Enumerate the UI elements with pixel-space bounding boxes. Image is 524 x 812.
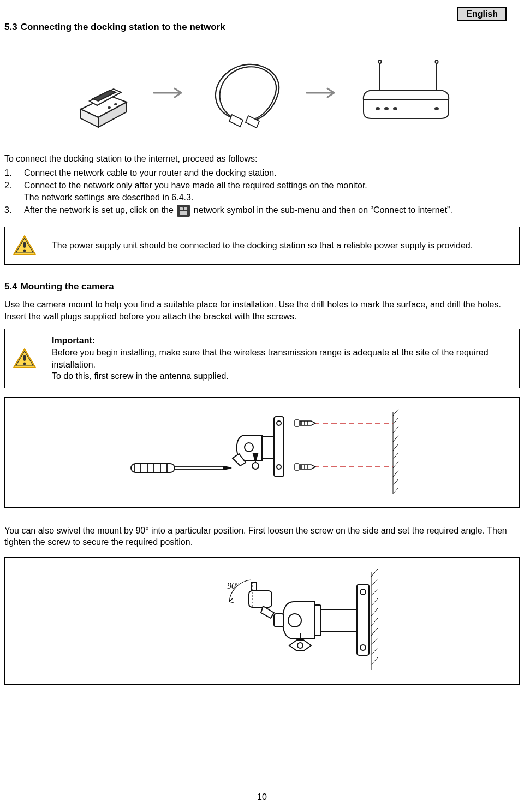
step-3-text: After the network is set up, click on th… [24,204,520,217]
section-5-4-swivel-text: You can also swivel the mount by 90° int… [4,525,520,548]
language-badge: English [457,7,507,21]
docking-station-illustration [71,57,136,128]
svg-rect-62 [319,609,357,631]
svg-line-22 [393,470,398,477]
arrow-right-icon [306,86,338,99]
svg-line-50 [371,579,378,586]
step-1-text: Connect the network cable to your router… [24,167,520,179]
warning-icon [13,235,37,257]
warning-important: Important: Before you begin installing, … [4,329,520,388]
network-grid-icon [177,205,190,217]
svg-point-37 [277,465,281,469]
important-label: Important: [52,336,95,345]
svg-rect-40 [131,464,175,472]
svg-point-8 [393,107,397,110]
svg-line-21 [393,461,398,468]
section-5-4-number: 5.4 [4,281,17,292]
svg-line-15 [393,409,398,416]
svg-point-7 [384,107,389,110]
svg-line-51 [371,589,378,596]
svg-line-49 [371,569,378,577]
svg-rect-10 [23,242,26,248]
svg-rect-47 [175,466,224,470]
svg-rect-63 [314,605,321,636]
svg-point-4 [379,60,382,63]
svg-line-19 [393,444,398,451]
mounting-swivel-illustration: 90° [120,569,404,673]
svg-line-20 [393,453,398,459]
svg-point-0 [108,106,111,109]
section-5-4-intro: Use the camera mount to help you find a … [4,299,520,322]
ethernet-cable-illustration [202,55,289,131]
angle-label: 90° [227,581,240,590]
section-5-4-heading: 5.4Mounting the camera [4,281,520,292]
svg-point-1 [114,103,117,105]
svg-line-58 [371,657,378,665]
svg-point-39 [252,463,259,469]
svg-line-57 [371,648,378,655]
svg-point-66 [297,643,303,648]
svg-line-17 [393,426,398,433]
section-5-3-number: 5.3 [4,22,17,32]
warning-important-text: Important: Before you begin installing, … [44,329,519,387]
arrow-right-icon [153,86,186,99]
figure-mounting-drill [4,397,520,508]
svg-line-53 [371,608,378,616]
warning-power-supply: The power supply unit should be connecte… [4,227,520,265]
svg-point-60 [360,589,366,595]
warning-icon [13,348,37,370]
svg-line-56 [371,638,378,645]
section-5-3-heading: 5.3Connecting the docking station to the… [4,22,520,33]
section-5-3-title: Connecting the docking station to the ne… [21,22,225,32]
figure-connection-chain [4,49,520,137]
svg-line-54 [371,618,378,626]
svg-line-24 [393,488,398,494]
warning-power-text: The power supply unit should be connecte… [44,234,519,257]
section-5-3-intro: To connect the docking station to the in… [4,153,520,165]
svg-rect-65 [274,614,284,627]
section-5-3-steps: 1.Connect the network cable to your rout… [4,167,520,217]
svg-line-23 [393,479,398,485]
step-number: 1. [4,167,24,179]
svg-rect-34 [295,464,299,470]
svg-line-55 [371,628,378,636]
svg-point-11 [23,250,26,252]
section-5-4-title: Mounting the camera [21,281,114,292]
svg-point-5 [436,60,438,63]
figure-mounting-swivel: 90° [4,557,520,685]
svg-rect-30 [295,420,299,426]
step-number: 2. [4,180,24,192]
step-number: 3. [4,204,24,216]
svg-line-18 [393,435,398,442]
svg-point-13 [23,362,26,365]
svg-line-52 [371,598,378,606]
mounting-drill-illustration [98,409,426,496]
svg-point-61 [360,645,366,650]
step-2-text: Connect to the network only after you ha… [24,180,520,203]
page-number: 10 [0,792,524,802]
svg-line-16 [393,418,398,424]
svg-point-9 [434,107,439,110]
svg-point-6 [376,107,380,110]
svg-point-36 [277,421,281,425]
svg-point-64 [288,614,301,627]
svg-rect-12 [23,355,26,361]
router-illustration [355,57,453,128]
svg-point-38 [245,443,253,452]
